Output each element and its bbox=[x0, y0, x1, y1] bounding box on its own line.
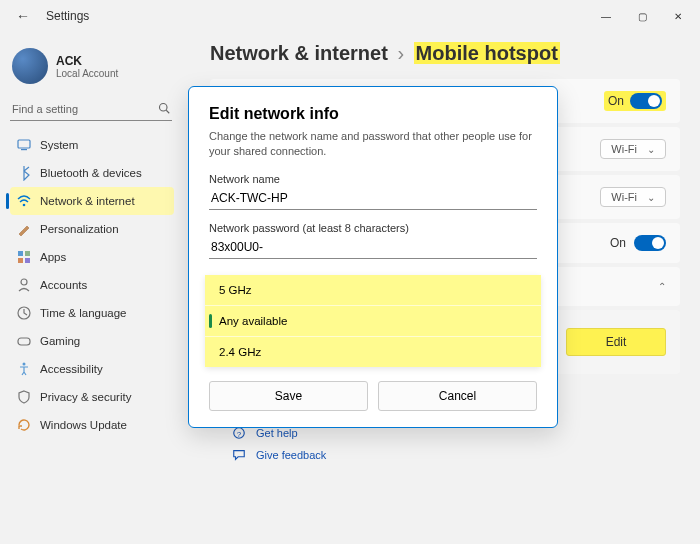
network-name-label: Network name bbox=[209, 173, 537, 185]
modal-overlay: Edit network info Change the network nam… bbox=[0, 0, 700, 544]
band-option-any[interactable]: Any available bbox=[205, 306, 541, 337]
cancel-button[interactable]: Cancel bbox=[378, 381, 537, 411]
password-label: Network password (at least 8 characters) bbox=[209, 222, 537, 234]
modal-title: Edit network info bbox=[209, 105, 537, 123]
band-options: 5 GHz Any available 2.4 GHz bbox=[205, 275, 541, 367]
band-option-24ghz[interactable]: 2.4 GHz bbox=[205, 337, 541, 367]
band-option-5ghz[interactable]: 5 GHz bbox=[205, 275, 541, 306]
password-input[interactable] bbox=[209, 236, 537, 259]
save-button[interactable]: Save bbox=[209, 381, 368, 411]
edit-network-modal: Edit network info Change the network nam… bbox=[188, 86, 558, 428]
network-name-input[interactable] bbox=[209, 187, 537, 210]
modal-description: Change the network name and password tha… bbox=[209, 129, 537, 159]
